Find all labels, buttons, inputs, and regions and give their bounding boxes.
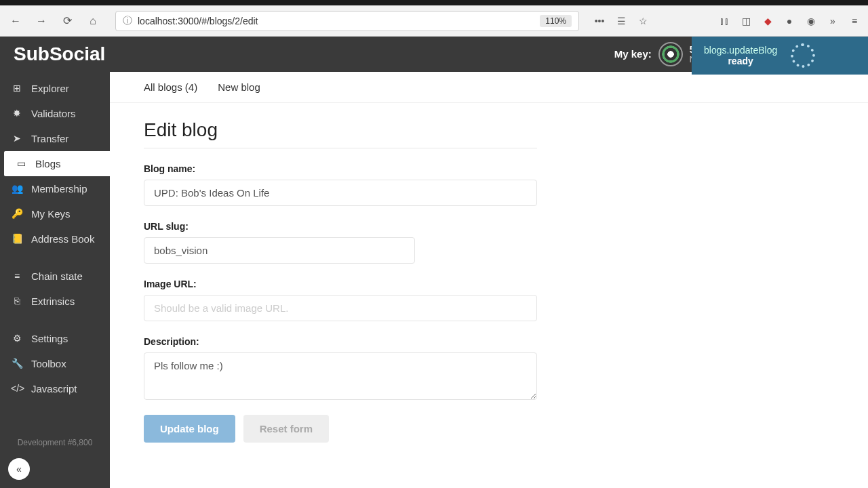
reader-icon[interactable]: ☰ — [613, 13, 629, 29]
blog-name-input[interactable] — [144, 180, 537, 206]
back-button[interactable]: ← — [5, 11, 26, 31]
mykey-label: My key: — [614, 48, 652, 60]
main-content: All blogs (4) New blog Edit blog Blog na… — [110, 72, 868, 488]
sidebar-item-membership[interactable]: 👥Membership — [0, 176, 110, 201]
bookmark-icon[interactable]: ☆ — [635, 13, 651, 29]
status-toast: blogs.updateBlog ready — [692, 37, 868, 75]
blog-name-label: Blog name: — [144, 163, 537, 174]
ext1-icon[interactable]: ◆ — [760, 13, 776, 29]
app-logo[interactable]: SubSocial — [14, 43, 105, 65]
url-text: localhost:3000/#/blogs/2/edit — [138, 16, 258, 26]
settings-icon: ⚙ — [11, 333, 23, 344]
sidebar-item-settings[interactable]: ⚙Settings — [0, 326, 110, 351]
more-icon[interactable]: ••• — [591, 13, 608, 29]
chainstate-icon: ≡ — [11, 270, 23, 281]
url-bar[interactable]: ⓘ localhost:3000/#/blogs/2/edit 110% — [115, 11, 579, 31]
javascript-icon: </> — [11, 383, 23, 394]
browser-toolbar: ← → ⟳ ⌂ ⓘ localhost:3000/#/blogs/2/edit … — [0, 5, 868, 37]
description-field: Description: — [144, 336, 537, 403]
sidebar-item-extrinsics[interactable]: ⎘Extrinsics — [0, 289, 110, 314]
sidebar-item-explorer[interactable]: ⊞Explorer — [0, 76, 110, 101]
blog-tabs: All blogs (4) New blog — [110, 72, 868, 103]
sidebar-item-toolbox[interactable]: 🔧Toolbox — [0, 351, 110, 376]
sidebar-item-chainstate[interactable]: ≡Chain state — [0, 264, 110, 289]
app-header: SubSocial My key: 5FHneW46xGXgs5mUiveU4s… — [0, 37, 868, 72]
url-slug-input[interactable] — [144, 237, 415, 264]
sidebar-item-addressbook[interactable]: 📒Address Book — [0, 226, 110, 251]
sidebar-item-mykeys[interactable]: 🔑My Keys — [0, 201, 110, 226]
image-url-label: Image URL: — [144, 279, 537, 289]
addressbook-icon: 📒 — [11, 233, 23, 244]
sidebar: ⊞Explorer ✸Validators ➤Transfer ▭Blogs 👥… — [0, 72, 110, 488]
explorer-icon: ⊞ — [11, 83, 23, 94]
sidebar-item-validators[interactable]: ✸Validators — [0, 101, 110, 126]
sidebar-item-blogs[interactable]: ▭Blogs — [4, 151, 110, 176]
overflow-icon[interactable]: » — [825, 13, 841, 29]
toolbox-icon: 🔧 — [11, 358, 23, 369]
membership-icon: 👥 — [11, 183, 23, 194]
sidebar-item-transfer[interactable]: ➤Transfer — [0, 126, 110, 151]
blog-name-field: Blog name: — [144, 163, 537, 206]
url-slug-field: URL slug: — [144, 221, 415, 264]
image-url-field: Image URL: — [144, 279, 537, 321]
validators-icon: ✸ — [11, 108, 23, 119]
collapse-sidebar-button[interactable]: « — [8, 458, 30, 480]
sidebar-icon[interactable]: ◫ — [738, 13, 754, 29]
site-info-icon[interactable]: ⓘ — [123, 15, 132, 27]
transfer-icon: ➤ — [11, 133, 23, 144]
url-slug-label: URL slug: — [144, 221, 415, 232]
forward-button[interactable]: → — [31, 11, 52, 31]
reload-button[interactable]: ⟳ — [57, 11, 77, 31]
menu-icon[interactable]: ≡ — [846, 13, 863, 29]
ext3-icon[interactable]: ◉ — [803, 13, 819, 29]
identicon-icon[interactable] — [658, 42, 683, 66]
blogs-icon: ▭ — [15, 158, 27, 169]
spinner-icon — [791, 43, 815, 68]
toast-status: ready — [728, 56, 753, 66]
tab-all-blogs[interactable]: All blogs (4) — [144, 81, 197, 93]
ext2-icon[interactable]: ● — [781, 13, 797, 29]
update-blog-button[interactable]: Update blog — [144, 415, 235, 443]
extrinsics-icon: ⎘ — [11, 296, 23, 306]
description-label: Description: — [144, 336, 537, 347]
library-icon[interactable]: ⫿⫿ — [716, 13, 732, 29]
reset-form-button[interactable]: Reset form — [243, 415, 329, 443]
page-title: Edit blog — [144, 119, 537, 148]
mykeys-icon: 🔑 — [11, 208, 23, 219]
home-button[interactable]: ⌂ — [83, 11, 103, 31]
image-url-input[interactable] — [144, 295, 537, 321]
sidebar-item-javascript[interactable]: </>Javascript — [0, 376, 110, 401]
toast-title: blogs.updateBlog — [704, 45, 777, 56]
tab-new-blog[interactable]: New blog — [218, 81, 260, 93]
zoom-badge[interactable]: 110% — [540, 15, 572, 27]
description-input[interactable] — [144, 352, 537, 400]
